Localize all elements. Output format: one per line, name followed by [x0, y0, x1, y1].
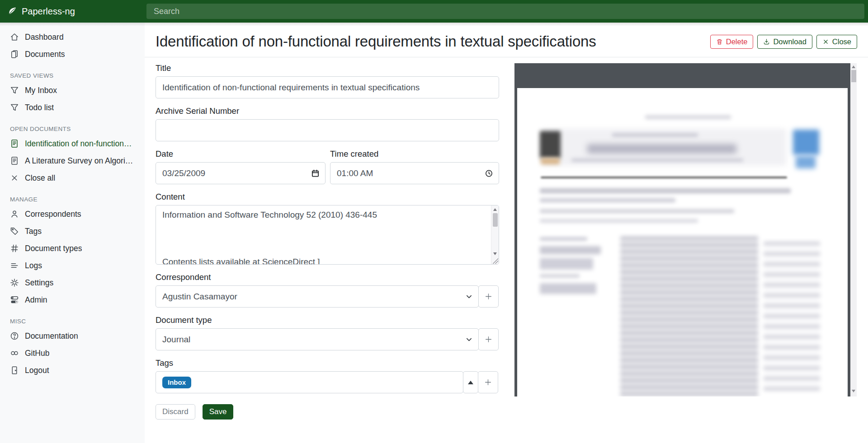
title-input[interactable]: [162, 83, 492, 93]
sidebar-item-label: Settings: [25, 278, 53, 288]
scroll-down-icon[interactable]: [493, 252, 497, 255]
time-input[interactable]: 01:00 AM: [330, 162, 499, 184]
clock-icon[interactable]: [485, 169, 493, 177]
content-textarea[interactable]: Information and Software Technology 52 (…: [156, 205, 499, 265]
download-button-label: Download: [773, 37, 806, 46]
add-tag-button[interactable]: [478, 371, 498, 393]
sidebar-section-manage: MANAGE: [0, 194, 145, 205]
close-icon: [822, 38, 829, 45]
file-text-icon: [10, 156, 19, 165]
hash-icon: [10, 244, 19, 253]
tags-input[interactable]: Inbox: [156, 371, 463, 393]
resize-handle-icon[interactable]: [492, 258, 498, 264]
tag-icon: [10, 227, 19, 236]
sidebar-item-label: Document types: [25, 244, 82, 253]
document-type-select[interactable]: Journal: [156, 328, 479, 350]
asn-input[interactable]: [162, 126, 492, 135]
trash-icon: [716, 38, 723, 45]
sidebar-item-label: My Inbox: [25, 86, 57, 95]
sidebar-item-label: Logout: [25, 366, 49, 375]
blurred-article-info: [540, 246, 601, 254]
document-type-value: Journal: [162, 335, 190, 345]
correspondent-label: Correspondent: [156, 272, 499, 282]
blurred-line: [612, 133, 698, 137]
title-field: [156, 76, 499, 98]
time-label: Time created: [330, 149, 499, 159]
caret-up-icon: [468, 381, 473, 384]
sidebar-section-saved-views: SAVED VIEWS: [0, 70, 145, 81]
delete-button-label: Delete: [726, 37, 748, 46]
blurred-journal-logo: [793, 130, 819, 155]
blurred-journal-logo: [796, 156, 816, 168]
scroll-down-icon[interactable]: [852, 390, 855, 392]
calendar-icon[interactable]: [311, 169, 320, 177]
house-icon: [10, 33, 19, 42]
tags-dropdown-toggle-button[interactable]: [463, 371, 478, 393]
sidebar-item-settings[interactable]: Settings: [0, 274, 145, 291]
title-label: Title: [156, 63, 499, 73]
header-buttons: Delete Download Close: [710, 35, 857, 49]
sidebar-item-label: Close all: [25, 173, 55, 183]
person-icon: [10, 210, 19, 219]
date-label: Date: [156, 149, 326, 159]
blurred-line: [571, 159, 743, 162]
tag-chip-inbox: Inbox: [162, 377, 191, 388]
pdf-toolbar: [514, 63, 850, 88]
blurred-publisher-logo: [540, 131, 561, 158]
blurred-authors: [540, 209, 734, 213]
search-input[interactable]: [146, 4, 864, 19]
blurred-article-info: [540, 274, 580, 278]
sidebar-item-github[interactable]: GitHub: [0, 345, 145, 362]
sidebar-item-documents[interactable]: Documents: [0, 46, 145, 63]
add-document-type-button[interactable]: [478, 328, 499, 350]
sidebar-item-my-inbox[interactable]: My Inbox: [0, 82, 145, 99]
save-button[interactable]: Save: [203, 404, 234, 420]
sidebar-item-logs[interactable]: Logs: [0, 257, 145, 274]
sidebar-item-todo-list[interactable]: Todo list: [0, 99, 145, 116]
add-correspondent-button[interactable]: [478, 285, 499, 308]
sidebar-item-dashboard[interactable]: Dashboard: [0, 28, 145, 46]
sidebar-section-open-documents: OPEN DOCUMENTS: [0, 123, 145, 134]
sidebar-item-documentation[interactable]: Documentation: [0, 327, 145, 345]
pdf-page: [517, 88, 848, 396]
scroll-up-icon[interactable]: [493, 208, 497, 211]
sidebar-item-close-all[interactable]: Close all: [0, 169, 145, 187]
date-input[interactable]: 03/25/2009: [156, 162, 326, 184]
sidebar-item-label: Tags: [25, 227, 42, 236]
sidebar-item-open-doc-1[interactable]: Identification of non-functional require…: [0, 135, 145, 152]
discard-button[interactable]: Discard: [156, 404, 195, 420]
close-button[interactable]: Close: [816, 35, 857, 49]
sidebar-item-admin[interactable]: Admin: [0, 291, 145, 308]
page-title: Identification of non-functional require…: [156, 32, 596, 51]
document-header: Identification of non-functional require…: [145, 23, 868, 57]
sidebar-item-document-types[interactable]: Document types: [0, 240, 145, 257]
filter-icon: [10, 86, 19, 95]
sidebar-item-tags[interactable]: Tags: [0, 223, 145, 240]
blurred-journal-title: [587, 144, 736, 154]
documents-icon: [10, 50, 19, 59]
top-navbar: Paperless-ng: [0, 0, 868, 23]
sidebar-item-label: Documents: [25, 50, 65, 59]
download-button[interactable]: Download: [757, 35, 812, 49]
sidebar-item-correspondents[interactable]: Correspondents: [0, 205, 145, 223]
edit-form: Title Archive Serial Number Date 03/25/2…: [156, 63, 499, 420]
file-text-icon: [10, 139, 19, 148]
blurred-article-info: [540, 283, 596, 294]
brand[interactable]: Paperless-ng: [0, 0, 145, 23]
correspondent-select[interactable]: Agustin Casamayor: [156, 285, 479, 308]
link-icon: [10, 349, 19, 358]
sidebar-item-logout[interactable]: Logout: [0, 362, 145, 379]
sidebar-item-label: Dashboard: [25, 33, 64, 42]
scrollbar-thumb[interactable]: [493, 213, 498, 227]
leaf-logo-icon: [7, 6, 17, 16]
close-icon: [10, 173, 19, 182]
plus-icon: [485, 336, 492, 343]
scroll-up-icon[interactable]: [852, 65, 855, 68]
scrollbar-thumb[interactable]: [851, 70, 856, 82]
content-scrollbar[interactable]: [491, 205, 499, 264]
sidebar-item-label: Identification of non-functional require…: [25, 139, 135, 149]
sidebar-item-open-doc-2[interactable]: A Literature Survey on Algorithms for Mu…: [0, 152, 145, 169]
pdf-scrollbar[interactable]: [850, 63, 857, 396]
delete-button[interactable]: Delete: [710, 35, 754, 49]
pdf-preview-pane: [514, 63, 857, 396]
